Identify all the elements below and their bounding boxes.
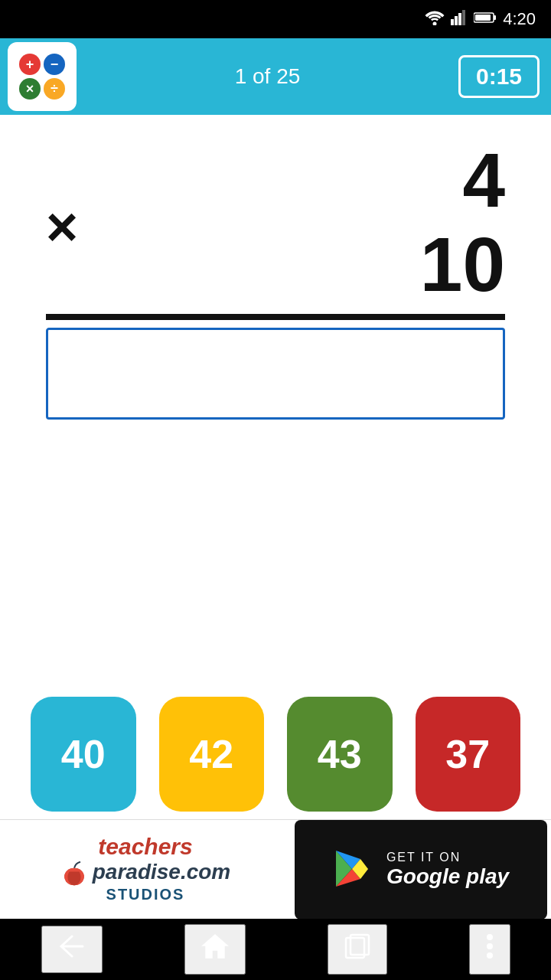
divider-line <box>46 314 505 320</box>
teachers-text: teachers <box>98 835 192 858</box>
battery-icon <box>474 11 497 27</box>
back-button[interactable] <box>41 926 103 973</box>
google-play-icon <box>333 848 371 890</box>
ad-left: teachers paradise.com STUDIOS <box>0 820 291 920</box>
teachers-logo: teachers paradise.com STUDIOS <box>60 835 231 903</box>
app-header: + − × ÷ 1 of 25 0:15 <box>0 38 551 115</box>
answer-box[interactable] <box>46 328 505 420</box>
banner-ad: teachers paradise.com STUDIOS <box>0 819 551 919</box>
svg-rect-6 <box>494 15 496 20</box>
svg-point-0 <box>433 21 437 25</box>
svg-rect-4 <box>462 10 465 25</box>
studios-text: STUDIOS <box>106 886 185 903</box>
status-time: 4:20 <box>503 9 536 29</box>
google-play-ad[interactable]: GET IT ON Google play <box>295 820 547 920</box>
svg-point-17 <box>487 934 493 940</box>
svg-rect-3 <box>458 13 461 25</box>
svg-rect-2 <box>455 16 458 25</box>
status-icons: 4:20 <box>425 9 536 29</box>
svg-point-19 <box>487 952 493 959</box>
choice-button-2[interactable]: 43 <box>287 697 393 812</box>
svg-rect-1 <box>451 19 454 25</box>
more-button[interactable] <box>469 924 510 975</box>
number-top: 4 <box>46 138 505 222</box>
paradise-row: paradise.com <box>60 858 231 886</box>
number-line: × 4 10 <box>46 138 505 306</box>
problem-area: × 4 10 <box>0 115 551 435</box>
choice-button-3[interactable]: 37 <box>416 697 521 812</box>
choice-button-1[interactable]: 42 <box>159 697 265 812</box>
logo-minus: − <box>44 54 65 75</box>
numbers-right: 4 10 <box>46 138 505 306</box>
nav-bar <box>0 919 551 980</box>
choice-button-0[interactable]: 40 <box>31 697 136 812</box>
get-it-label: GET IT ON <box>386 851 509 864</box>
logo-divide: ÷ <box>44 78 65 100</box>
logo-times: × <box>19 78 41 100</box>
number-bottom: 10 <box>46 222 505 306</box>
logo-plus: + <box>19 54 41 75</box>
apple-icon <box>60 858 88 886</box>
get-it-text: GET IT ON Google play <box>386 851 509 889</box>
paradise-text: paradise.com <box>93 860 231 884</box>
home-button[interactable] <box>184 924 246 975</box>
google-play-label: Google play <box>386 864 509 889</box>
timer-display: 0:15 <box>458 55 540 98</box>
progress-text: 1 of 25 <box>77 64 458 89</box>
svg-point-18 <box>487 943 493 949</box>
svg-rect-7 <box>475 15 491 21</box>
app-logo: + − × ÷ <box>8 42 77 111</box>
status-bar: 4:20 <box>0 0 551 38</box>
choices-area: 40 42 43 37 <box>0 697 551 812</box>
main-content: × 4 10 40 42 43 37 teachers <box>0 115 551 980</box>
recent-button[interactable] <box>328 924 387 975</box>
operator-symbol: × <box>46 199 78 254</box>
wifi-icon <box>425 10 445 29</box>
signal-icon <box>451 10 468 29</box>
